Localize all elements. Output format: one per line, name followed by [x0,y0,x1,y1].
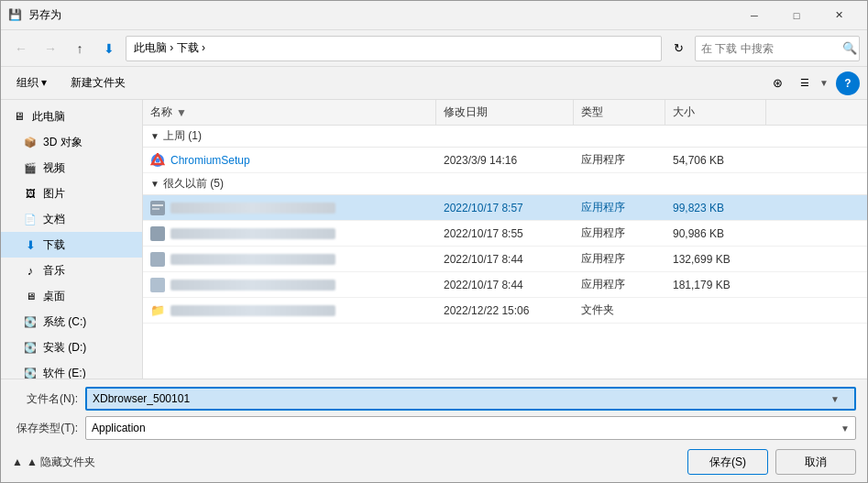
sidebar-item-docs[interactable]: 📄 文档 [1,206,142,232]
main-content: 🖥 此电脑 📦 3D 对象 🎬 视频 🖼 图片 📄 文档 ⬇ 下载 [1,100,867,379]
file-date-cell: 2022/12/22 15:06 [436,304,574,317]
drive-e-icon: 💽 [23,366,38,379]
app-icon [150,278,165,292]
up-button[interactable]: ↑ [67,36,93,61]
docs-icon: 📄 [23,212,38,226]
drive-d-icon: 💽 [23,340,38,355]
folder-icon: 📁 [150,303,165,318]
cancel-button[interactable]: 取消 [775,449,856,475]
blurred-filename [170,305,335,316]
file-row[interactable]: 2022/10/17 8:44 应用程序 132,699 KB [143,247,867,272]
sidebar-item-downloads[interactable]: ⬇ 下载 [1,232,142,258]
search-input[interactable] [701,42,839,55]
file-type-cell: 文件夹 [574,302,665,318]
file-name-cell: ChromiumSetup [143,153,436,168]
hide-folders-button[interactable]: ▲ ▲ 隐藏文件夹 [12,455,95,470]
images-icon: 🖼 [23,186,38,201]
new-folder-button[interactable]: 新建文件夹 [62,71,134,95]
sidebar-item-label: 下载 [43,237,65,253]
filetype-row: 保存类型(T): Application ▼ [12,416,856,440]
sidebar-item-label: 图片 [43,186,65,202]
col-header-size[interactable]: 大小 [665,100,766,125]
file-name-cell [143,226,436,241]
app-icon [150,226,165,241]
organize-button[interactable]: 组织 ▾ [8,71,55,95]
breadcrumb-text: 此电脑 › 下载 › [134,40,205,56]
filename-input[interactable] [93,392,830,405]
footer-buttons: ▲ ▲ 隐藏文件夹 保存(S) 取消 [12,445,856,475]
file-name-cell [143,201,436,215]
file-name-cell [143,278,436,292]
3d-icon: 📦 [23,135,38,149]
sidebar-item-label: 桌面 [43,289,65,304]
save-as-dialog: 💾 另存为 ─ □ ✕ ← → ↑ ⬇ 此电脑 › 下载 › ↻ 🔍 组织 ▾ … [0,0,868,483]
col-header-name[interactable]: 名称 ▼ [143,100,436,125]
bottom-form-area: 文件名(N): ▼ 保存类型(T): Application ▼ ▲ ▲ 隐藏文… [1,379,867,482]
download-nav-button[interactable]: ⬇ [96,36,122,61]
file-list: ▼ 上周 (1) Chromiu [143,126,867,379]
filename-dropdown-arrow[interactable]: ▼ [830,394,840,404]
sidebar-item-label: 视频 [43,160,65,176]
chromium-icon [150,153,165,168]
svg-rect-4 [152,204,163,206]
file-type-cell: 应用程序 [574,225,665,241]
sidebar-item-music[interactable]: ♪ 音乐 [1,258,142,283]
search-icon: 🔍 [842,41,857,55]
view-list-button[interactable]: ☰ [792,71,818,95]
sidebar-item-video[interactable]: 🎬 视频 [1,155,142,181]
sidebar-item-install-d[interactable]: 💽 安装 (D:) [1,335,142,360]
file-type-cell: 应用程序 [574,200,665,215]
breadcrumb-bar[interactable]: 此电脑 › 下载 › [126,36,662,61]
minimize-button[interactable]: ─ [733,1,775,30]
blurred-filename [170,254,335,265]
sort-arrow-icon: ▼ [176,106,187,119]
forward-button[interactable]: → [38,36,63,61]
file-row[interactable]: 2022/10/17 8:44 应用程序 181,179 KB [143,272,867,298]
file-size-cell: 132,699 KB [665,253,766,266]
file-date-cell: 2022/10/17 8:57 [436,202,574,214]
file-name-cell: 📁 [143,303,436,318]
blurred-filename [170,228,335,239]
file-row[interactable]: 📁 2022/12/22 15:06 文件夹 [143,298,867,324]
app-icon [150,201,165,215]
sidebar-item-software-e[interactable]: 💽 软件 (E:) [1,360,142,379]
filetype-select[interactable]: Application ▼ [85,416,856,440]
sidebar-item-label: 系统 (C:) [43,314,86,330]
maximize-button[interactable]: □ [775,1,818,30]
col-header-date[interactable]: 修改日期 [436,100,574,125]
file-row[interactable]: 2022/10/17 8:55 应用程序 90,986 KB [143,221,867,247]
group-header-lastweek: ▼ 上周 (1) [143,126,867,148]
col-header-type[interactable]: 类型 [574,100,665,125]
file-area: 名称 ▼ 修改日期 类型 大小 ▼ 上周 (1) [143,100,867,379]
view-large-icon-button[interactable]: ⊛ [764,71,790,95]
sidebar-item-computer[interactable]: 🖥 此电脑 [1,104,142,129]
file-name-cell [143,252,436,267]
sidebar: 🖥 此电脑 📦 3D 对象 🎬 视频 🖼 图片 📄 文档 ⬇ 下载 [1,100,143,379]
sidebar-item-3d[interactable]: 📦 3D 对象 [1,129,142,155]
file-type-cell: 应用程序 [574,251,665,267]
desktop-icon: 🖥 [23,289,38,303]
refresh-button[interactable]: ↻ [665,36,691,61]
file-row[interactable]: 2022/10/17 8:57 应用程序 99,823 KB [143,195,867,221]
sidebar-item-system-c[interactable]: 💽 系统 (C:) [1,309,142,335]
save-button[interactable]: 保存(S) [687,449,768,475]
back-button[interactable]: ← [8,36,34,61]
sidebar-item-desktop[interactable]: 🖥 桌面 [1,283,142,309]
close-button[interactable]: ✕ [818,1,860,30]
file-row[interactable]: ChromiumSetup 2023/3/9 14:16 应用程序 54,706… [143,148,867,173]
help-button[interactable]: ? [836,71,860,95]
file-size-cell: 54,706 KB [665,154,766,167]
dialog-icon: 💾 [8,8,23,23]
sidebar-item-label: 软件 (E:) [43,366,86,379]
filetype-label: 保存类型(T): [12,421,85,436]
group-chevron-icon: ▼ [150,179,159,189]
sidebar-item-images[interactable]: 🖼 图片 [1,181,142,206]
sidebar-item-label: 安装 (D:) [43,340,86,356]
filename-row: 文件名(N): ▼ [12,387,856,411]
search-box: 🔍 [695,36,860,61]
file-size-cell: 90,986 KB [665,227,766,240]
window-controls: ─ □ ✕ [733,1,860,30]
svg-rect-7 [150,252,165,267]
music-icon: ♪ [23,263,38,278]
computer-icon: 🖥 [12,109,27,124]
